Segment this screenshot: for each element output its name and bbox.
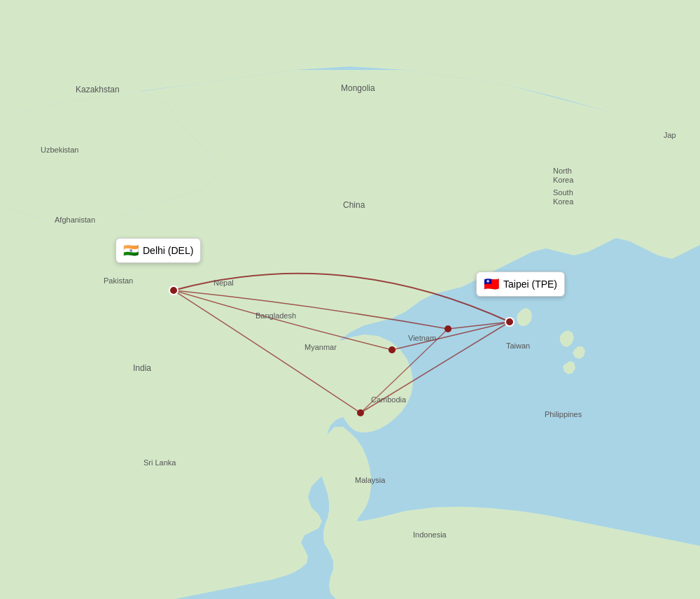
svg-text:Pakistan: Pakistan xyxy=(104,276,133,285)
svg-text:Myanmar: Myanmar xyxy=(304,343,337,351)
svg-point-2 xyxy=(444,325,451,332)
svg-text:India: India xyxy=(133,363,151,373)
map-container: Kazakhstan Uzbekistan Afghanistan Pakist… xyxy=(0,0,700,599)
svg-text:Indonesia: Indonesia xyxy=(413,530,447,539)
svg-text:Bangladesh: Bangladesh xyxy=(255,311,296,320)
svg-text:South: South xyxy=(553,188,573,197)
svg-text:North: North xyxy=(553,167,572,175)
map-svg: Kazakhstan Uzbekistan Afghanistan Pakist… xyxy=(0,0,700,599)
svg-text:China: China xyxy=(343,200,365,210)
svg-text:Afghanistan: Afghanistan xyxy=(55,216,95,224)
svg-point-4 xyxy=(169,286,178,295)
delhi-city-name: Delhi (DEL) xyxy=(143,245,193,256)
taipei-city-label: 🇹🇼 Taipei (TPE) xyxy=(476,272,565,297)
svg-text:Korea: Korea xyxy=(553,197,574,206)
taipei-flag: 🇹🇼 xyxy=(484,276,499,292)
svg-point-3 xyxy=(357,409,364,416)
svg-text:Mongolia: Mongolia xyxy=(341,83,375,93)
svg-text:Cambodia: Cambodia xyxy=(371,395,407,404)
svg-text:Korea: Korea xyxy=(553,176,574,184)
svg-point-5 xyxy=(505,318,514,326)
svg-text:Uzbekistan: Uzbekistan xyxy=(41,146,78,154)
svg-text:Vietnam: Vietnam xyxy=(408,334,436,342)
svg-point-1 xyxy=(388,346,396,353)
svg-text:Nepal: Nepal xyxy=(214,279,234,287)
delhi-flag: 🇮🇳 xyxy=(123,243,139,258)
svg-text:Jap: Jap xyxy=(664,131,676,139)
taipei-city-name: Taipei (TPE) xyxy=(503,279,557,290)
svg-text:Philippines: Philippines xyxy=(545,410,582,418)
svg-text:Kazakhstan: Kazakhstan xyxy=(76,85,120,94)
svg-text:Malaysia: Malaysia xyxy=(355,476,386,484)
svg-text:Sri Lanka: Sri Lanka xyxy=(144,458,176,467)
delhi-city-label: 🇮🇳 Delhi (DEL) xyxy=(115,238,201,263)
svg-text:Taiwan: Taiwan xyxy=(506,341,530,350)
